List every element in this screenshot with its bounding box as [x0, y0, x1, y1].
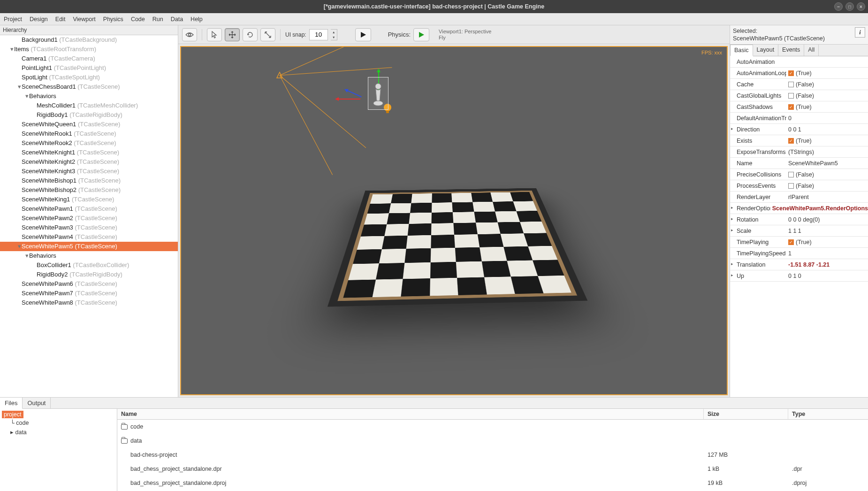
property-row[interactable]: Cache(False) [730, 79, 868, 90]
tree-item[interactable]: PointLight1 (TCastlePointLight) [0, 63, 178, 73]
menu-help[interactable]: Help [190, 16, 203, 23]
physics-play-button[interactable] [413, 28, 429, 41]
tree-item[interactable]: ▾Behaviors [0, 251, 178, 261]
property-row[interactable]: AutoAnimationLoop✓(True) [730, 68, 868, 79]
file-row[interactable]: bad_chess_project_standalone.dproj19 kB.… [117, 476, 868, 490]
property-row[interactable]: DefaultAnimationTransition0 [730, 113, 868, 124]
tree-item[interactable]: MeshCollider1 (TCastleMeshCollider) [0, 101, 178, 110]
property-row[interactable]: CastShadows✓(True) [730, 101, 868, 113]
property-row[interactable]: Exists✓(True) [730, 135, 868, 146]
menu-data[interactable]: Data [171, 16, 183, 23]
close-icon[interactable]: × [857, 2, 865, 11]
tree-item[interactable]: ▾SceneChessBoard1 (TCastleScene) [0, 82, 178, 92]
viewport-3d[interactable]: FPS: xxx [180, 46, 728, 395]
menu-code[interactable]: Code [131, 16, 145, 23]
minimize-icon[interactable]: – [834, 2, 843, 11]
tree-item[interactable]: SceneWhiteBishop2 (TCastleScene) [0, 185, 178, 195]
play-button[interactable] [355, 28, 371, 41]
property-row[interactable]: Up0 1 0 [730, 270, 868, 282]
tree-item[interactable]: ▾SceneWhitePawn5 (TCastleScene) [0, 242, 178, 251]
tab-files[interactable]: Files [0, 398, 23, 409]
tree-item[interactable]: ▾Behaviors [0, 92, 178, 101]
col-header-size[interactable]: Size [704, 409, 788, 419]
ui-snap-spinner[interactable]: ▲▼ [331, 29, 337, 40]
tree-item[interactable]: ▾Items (TCastleRootTransform) [0, 45, 178, 54]
tree-item[interactable]: BoxCollider1 (TCastleBoxCollider) [0, 261, 178, 270]
property-row[interactable]: RenderLayerrlParent [730, 192, 868, 203]
tree-item[interactable]: SceneWhitePawn4 (TCastleScene) [0, 232, 178, 242]
tree-item[interactable]: SceneWhitePawn6 (TCastleScene) [0, 279, 178, 289]
menu-edit[interactable]: Edit [55, 16, 66, 23]
tree-item[interactable]: SceneWhiteBishop1 (TCastleScene) [0, 176, 178, 185]
checkbox-icon[interactable]: ✓ [788, 138, 794, 144]
checkbox-icon[interactable] [788, 172, 794, 177]
inspector-tab-basic[interactable]: Basic [730, 45, 753, 56]
tree-item[interactable]: SceneWhitePawn3 (TCastleScene) [0, 223, 178, 232]
file-row[interactable]: bad_chess_project_standalone.dpr1 kB.dpr [117, 462, 868, 476]
file-row[interactable]: bad-chess-project127 MB [117, 448, 868, 462]
maximize-icon[interactable]: □ [845, 2, 854, 11]
checkbox-icon[interactable] [788, 183, 794, 189]
property-row[interactable]: Direction0 0 1 [730, 124, 868, 135]
file-row[interactable]: code [117, 420, 868, 434]
menu-viewport[interactable]: Viewport [73, 16, 95, 23]
file-list-header[interactable]: Name Size Type [117, 409, 868, 420]
property-row[interactable]: CastGlobalLights(False) [730, 90, 868, 101]
tree-item[interactable]: SceneWhiteKnight2 (TCastleScene) [0, 157, 178, 167]
inspector-tab-all[interactable]: All [804, 45, 819, 56]
menu-project[interactable]: Project [4, 16, 22, 23]
tree-item[interactable]: Background1 (TCastleBackground) [0, 35, 178, 45]
tree-item[interactable]: RigidBody1 (TCastleRigidBody) [0, 110, 178, 120]
tree-item[interactable]: SceneWhiteRook2 (TCastleScene) [0, 138, 178, 148]
property-row[interactable]: PreciseCollisions(False) [730, 169, 868, 180]
tree-item[interactable]: SceneWhitePawn8 (TCastleScene) [0, 298, 178, 307]
checkbox-icon[interactable] [788, 93, 794, 99]
tree-item[interactable]: SceneWhitePawn2 (TCastleScene) [0, 214, 178, 223]
property-row[interactable]: RenderOptionsSceneWhitePawn5.RenderOptio… [730, 203, 868, 214]
tree-item[interactable]: SceneWhiteQueen1 (TCastleScene) [0, 120, 178, 129]
ui-snap-input[interactable] [309, 29, 328, 40]
info-button[interactable]: i [855, 27, 865, 38]
directory-tree[interactable]: project └ code ▸ data [0, 409, 117, 491]
tree-item[interactable]: RigidBody2 (TCastleRigidBody) [0, 270, 178, 279]
scale-tool-icon[interactable] [260, 28, 275, 41]
rotate-tool-icon[interactable] [243, 28, 258, 41]
tree-item[interactable]: SpotLight (TCastleSpotLight) [0, 73, 178, 82]
move-tool-icon[interactable] [225, 28, 240, 41]
tree-item[interactable]: SceneWhiteKnight1 (TCastleScene) [0, 148, 178, 157]
property-row[interactable]: TimePlaying✓(True) [730, 237, 868, 248]
property-row[interactable]: Rotation0 0 0 deg(0) [730, 214, 868, 225]
property-row[interactable]: TimePlayingSpeed1 [730, 248, 868, 259]
col-header-name[interactable]: Name [117, 409, 704, 419]
menu-run[interactable]: Run [152, 16, 163, 23]
property-row[interactable]: NameSceneWhitePawn5 [730, 158, 868, 169]
cursor-tool-icon[interactable] [207, 28, 222, 41]
dir-item[interactable]: ▸ data [2, 428, 115, 437]
dir-item[interactable]: └ code [2, 418, 115, 428]
tree-item[interactable]: SceneWhiteKing1 (TCastleScene) [0, 195, 178, 204]
view-eye-icon[interactable] [182, 28, 197, 41]
dir-root[interactable]: project [2, 411, 23, 418]
property-grid[interactable]: AutoAnimationAutoAnimationLoop✓(True)Cac… [730, 56, 868, 397]
property-row[interactable]: Translation-1.51 8.87 -1.21 [730, 259, 868, 270]
hierarchy-tree[interactable]: Background1 (TCastleBackground)▾Items (T… [0, 35, 178, 397]
file-row[interactable]: data [117, 434, 868, 448]
checkbox-icon[interactable]: ✓ [788, 70, 794, 76]
inspector-tab-events[interactable]: Events [778, 45, 804, 56]
inspector-tab-layout[interactable]: Layout [753, 45, 779, 56]
checkbox-icon[interactable]: ✓ [788, 239, 794, 245]
tree-item[interactable]: SceneWhitePawn7 (TCastleScene) [0, 289, 178, 298]
col-header-type[interactable]: Type [788, 409, 868, 419]
menu-design[interactable]: Design [30, 16, 48, 23]
tree-item[interactable]: Camera1 (TCastleCamera) [0, 54, 178, 63]
property-row[interactable]: Scale1 1 1 [730, 225, 868, 237]
checkbox-icon[interactable] [788, 82, 794, 87]
tree-item[interactable]: SceneWhitePawn1 (TCastleScene) [0, 204, 178, 214]
property-row[interactable]: AutoAnimation [730, 56, 868, 68]
menu-physics[interactable]: Physics [103, 16, 123, 23]
tab-output[interactable]: Output [23, 398, 51, 408]
property-row[interactable]: ExposeTransforms(TStrings) [730, 146, 868, 158]
property-row[interactable]: ProcessEvents(False) [730, 180, 868, 192]
checkbox-icon[interactable]: ✓ [788, 104, 794, 110]
tree-item[interactable]: SceneWhiteKnight3 (TCastleScene) [0, 167, 178, 176]
